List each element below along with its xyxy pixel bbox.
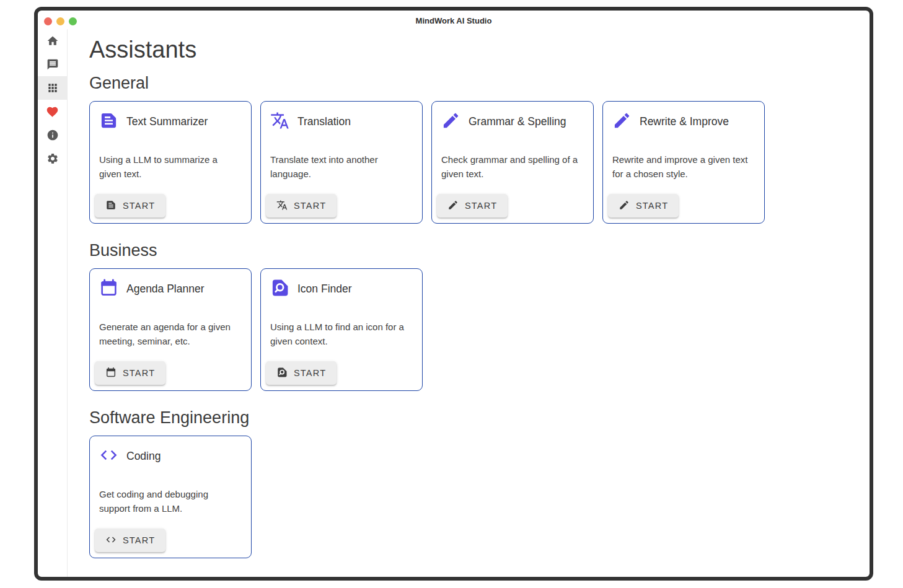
card-description: Using a LLM to find an icon for a given … [270,320,413,361]
titlebar: MindWork AI Studio [38,11,870,29]
calendar-icon [105,367,117,380]
card-actions: START [437,194,584,217]
section-label: Software Engineering [89,408,857,428]
translate-icon [270,111,289,130]
sidebar-item-chats[interactable] [38,53,67,76]
calendar-icon [99,278,118,300]
translate-icon [276,200,288,213]
card-header: Grammar & Spelling [441,111,584,132]
pencil-icon [447,200,459,211]
start-button-label: START [465,201,497,211]
card-title: Grammar & Spelling [469,115,566,128]
code-icon [105,534,117,545]
section-label: General [89,73,857,93]
text-snippet-icon [105,200,117,211]
start-button[interactable]: START [95,529,165,552]
card-actions: START [95,361,242,385]
icon-search-icon [276,367,288,380]
start-button[interactable]: START [266,194,337,217]
start-button[interactable]: START [95,194,165,217]
card-description: Get coding and debugging support from a … [99,487,242,529]
icon-search-icon [276,367,288,378]
window-body: Assistants General Text Summarizer Using… [38,29,870,577]
card-description: Generate an agenda for a given meeting, … [99,320,242,361]
screen: MindWork AI Studio Assistants General Te… [0,0,903,588]
assistant-card: Grammar & Spelling Check grammar and spe… [431,101,594,224]
card-header: Translation [270,111,413,132]
pencil-icon [612,111,632,130]
sidebar-item-about[interactable] [38,123,67,147]
icon-search-icon [270,278,289,300]
card-row: Agenda Planner Generate an agenda for a … [89,268,857,391]
assistant-card: Coding Get coding and debugging support … [89,436,252,558]
start-button[interactable]: START [95,361,165,385]
close-button[interactable] [44,17,52,25]
calendar-icon [99,278,118,297]
start-button[interactable]: START [437,194,508,217]
page-title: Assistants [89,37,857,63]
pencil-icon [619,200,630,211]
minimize-button[interactable] [56,17,64,25]
start-button[interactable]: START [608,194,679,217]
assistant-section: General Text Summarizer Using a LLM to s… [89,73,857,224]
home-icon [46,35,59,47]
heart-icon [46,105,59,118]
section-label: Business [89,240,857,260]
card-header: Agenda Planner [99,278,242,299]
start-button-label: START [123,535,155,545]
start-button[interactable]: START [266,361,337,385]
assistant-section: Business Agenda Planner Generate an agen… [89,240,857,391]
start-button-label: START [294,368,326,378]
text-snippet-icon [99,111,118,130]
calendar-icon [105,367,117,378]
pencil-icon [441,111,460,130]
icon-search-icon [270,278,289,297]
translate-icon [270,111,289,133]
info-icon [46,129,59,141]
chat-icon [46,58,59,71]
card-actions: START [95,529,242,552]
assistant-card: Agenda Planner Generate an agenda for a … [89,268,252,391]
sidebar [38,29,68,577]
zoom-button[interactable] [69,17,77,25]
card-header: Rewrite & Improve [612,111,755,132]
main-content: Assistants General Text Summarizer Using… [68,29,870,577]
card-title: Coding [126,450,161,463]
card-actions: START [266,194,413,217]
gear-icon [46,152,59,165]
pencil-icon [612,111,632,133]
assistant-section: Software Engineering Coding Get coding a… [89,408,857,558]
assistant-card: Translation Translate text into another … [260,101,423,224]
card-header: Icon Finder [270,278,413,299]
start-button-label: START [123,368,155,378]
card-actions: START [266,361,413,385]
pencil-icon [619,200,630,213]
card-title: Rewrite & Improve [640,115,729,128]
text-snippet-icon [99,111,118,133]
code-icon [99,445,118,465]
pencil-icon [441,111,460,133]
card-description: Translate text into another language. [270,152,413,194]
card-title: Agenda Planner [126,283,205,296]
start-button-label: START [636,201,668,211]
sidebar-item-settings[interactable] [38,147,67,170]
text-snippet-icon [105,200,117,213]
card-actions: START [95,194,242,217]
sidebar-item-assistants[interactable] [38,76,67,100]
sidebar-item-home[interactable] [38,29,67,53]
sidebar-item-supporters[interactable] [38,100,67,123]
code-icon [105,534,117,547]
assistant-card: Rewrite & Improve Rewrite and improve a … [602,101,765,224]
assistant-card: Text Summarizer Using a LLM to summarize… [89,101,252,224]
card-description: Check grammar and spelling of a given te… [441,152,584,194]
card-row: Text Summarizer Using a LLM to summarize… [89,101,857,224]
start-button-label: START [294,201,326,211]
apps-grid-icon [46,82,59,94]
card-title: Translation [297,115,351,128]
card-title: Icon Finder [297,283,352,296]
pencil-icon [447,200,459,213]
card-header: Text Summarizer [99,111,242,132]
card-actions: START [608,194,755,217]
card-description: Using a LLM to summarize a given text. [99,152,242,194]
card-description: Rewrite and improve a given text for a c… [612,152,755,194]
